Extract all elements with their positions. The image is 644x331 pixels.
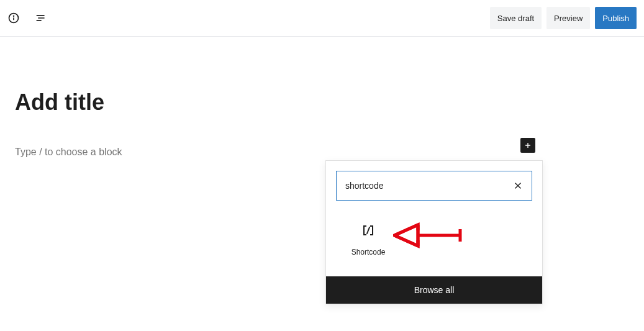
close-icon [514, 181, 522, 190]
publish-button[interactable]: Publish [595, 7, 637, 29]
block-results: Shortcode [326, 211, 542, 276]
toolbar-left-group [2, 7, 52, 29]
browse-all-button[interactable]: Browse all [326, 276, 542, 304]
block-option-shortcode[interactable]: Shortcode [336, 215, 401, 261]
info-button[interactable] [2, 7, 25, 29]
top-toolbar: Save draft Preview Publish [0, 0, 644, 37]
block-option-label: Shortcode [336, 248, 401, 256]
shortcode-icon [336, 220, 401, 240]
preview-button[interactable]: Preview [546, 7, 590, 29]
search-container [326, 161, 542, 211]
post-body-input[interactable]: Type / to choose a block [15, 147, 644, 158]
add-block-button[interactable] [520, 138, 535, 153]
block-search-input[interactable] [337, 171, 504, 200]
search-box [336, 171, 532, 201]
post-title-input[interactable]: Add title [15, 89, 644, 116]
block-inserter-popover: Shortcode Browse all [325, 160, 543, 304]
document-outline-button[interactable] [30, 7, 52, 29]
clear-search-button[interactable] [504, 172, 532, 199]
plus-icon [523, 140, 533, 150]
svg-line-8 [367, 227, 370, 234]
info-icon [7, 12, 20, 24]
svg-point-2 [14, 16, 14, 16]
editor-canvas: Add title Type / to choose a block [0, 37, 644, 158]
save-draft-button[interactable]: Save draft [490, 7, 542, 29]
toolbar-right-group: Save draft Preview Publish [490, 7, 637, 29]
list-outline-icon [35, 12, 47, 24]
